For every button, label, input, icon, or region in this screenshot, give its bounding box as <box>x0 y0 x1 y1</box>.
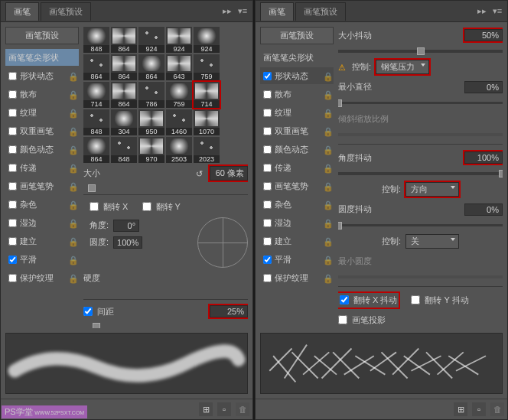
sidebar-item-scattering[interactable]: 散布🔒 <box>5 86 79 103</box>
new-brush-icon[interactable]: ▫ <box>472 402 486 416</box>
sidebar-item-wet-edges[interactable]: 湿边🔒 <box>5 214 79 231</box>
spacing-checkbox[interactable] <box>83 307 93 316</box>
preset-button[interactable]: 画笔预设 <box>260 27 334 44</box>
sidebar-item-texture[interactable]: 纹理🔒 <box>260 104 334 121</box>
sidebar-item-shape-dynamics[interactable]: 形状动态🔒 <box>5 67 79 84</box>
flip-y-jitter-checkbox[interactable] <box>411 295 420 304</box>
menu-icon[interactable]: ▾≡ <box>492 6 503 17</box>
angle-jitter-slider[interactable] <box>338 172 503 175</box>
sidebar-item-color-dynamics[interactable]: 颜色动态🔒 <box>260 141 334 158</box>
sidebar-item-smoothing[interactable]: 平滑🔒 <box>5 251 79 268</box>
sidebar-item-build-up[interactable]: 建立🔒 <box>5 233 79 249</box>
angle-jitter-value[interactable]: 100% <box>464 151 503 164</box>
panel-header: 画笔 画笔预设 ▸▸ ▾≡ <box>256 1 507 22</box>
content-left: 8488649249249248648648646437597148647867… <box>83 27 248 328</box>
roundness-jitter-value[interactable]: 0% <box>464 203 503 216</box>
sidebar-item-build-up[interactable]: 建立🔒 <box>260 233 334 249</box>
brush-thumbnail[interactable]: 848 <box>83 109 109 135</box>
brush-thumbnail[interactable]: 864 <box>111 82 137 108</box>
roundness-value[interactable]: 100% <box>113 236 142 249</box>
size-value[interactable]: 60 像素 <box>210 166 248 181</box>
min-diameter-value[interactable]: 0% <box>464 81 503 93</box>
brush-thumbnail[interactable]: 864 <box>111 54 137 80</box>
min-diameter-slider[interactable] <box>338 102 503 105</box>
control-dropdown[interactable]: 钢笔压力 <box>376 60 429 74</box>
sidebar-item-noise[interactable]: 杂色🔒 <box>260 196 334 213</box>
brush-thumbnail[interactable]: 2023 <box>194 137 220 163</box>
sidebar-item-pose[interactable]: 画笔笔势🔒 <box>5 177 79 194</box>
sidebar-item-dual-brush[interactable]: 双重画笔🔒 <box>5 122 79 139</box>
toggle-preview-icon[interactable]: ⊞ <box>199 402 213 416</box>
brush-thumbnail[interactable]: 924 <box>166 27 192 53</box>
angle-value[interactable]: 0° <box>113 220 139 232</box>
tab-brush[interactable]: 画笔 <box>5 2 39 21</box>
lock-icon: 🔒 <box>68 72 76 80</box>
brush-thumbnail[interactable]: 924 <box>194 27 220 53</box>
trash-icon[interactable]: 🗑 <box>236 402 249 416</box>
brush-thumbnail[interactable]: 864 <box>83 137 109 163</box>
sidebar-item-scattering[interactable]: 散布🔒 <box>260 86 334 103</box>
sidebar-item-dual-brush[interactable]: 双重画笔🔒 <box>260 122 334 139</box>
sidebar-item-texture[interactable]: 纹理🔒 <box>5 104 79 121</box>
size-jitter-value[interactable]: 50% <box>464 29 503 41</box>
tab-presets[interactable]: 画笔预设 <box>295 2 346 21</box>
trash-icon[interactable]: 🗑 <box>490 402 504 416</box>
new-brush-icon[interactable]: ▫ <box>217 402 231 416</box>
brush-projection-checkbox[interactable] <box>338 315 347 324</box>
brush-thumbnail[interactable]: 864 <box>111 27 137 53</box>
brush-thumbnail[interactable]: 1070 <box>194 109 220 135</box>
spacing-value[interactable]: 25% <box>210 305 248 317</box>
brush-thumbnail[interactable]: 970 <box>138 137 164 163</box>
sidebar-item-transfer[interactable]: 传递🔒 <box>5 159 79 176</box>
brush-thumbnail[interactable]: 786 <box>138 82 164 108</box>
lock-icon: 🔒 <box>68 274 76 282</box>
brush-thumbnail[interactable]: 848 <box>83 27 109 53</box>
sidebar-item-wet-edges[interactable]: 湿边🔒 <box>260 214 334 231</box>
tab-presets[interactable]: 画笔预设 <box>41 2 91 21</box>
brush-thumbnail[interactable]: 643 <box>166 54 192 80</box>
tab-brush[interactable]: 画笔 <box>260 2 294 21</box>
brush-thumbnail[interactable]: 848 <box>111 137 137 163</box>
sidebar-item-protect-texture[interactable]: 保护纹理🔒 <box>5 269 79 286</box>
brush-thumbnail-grid: 8488649249249248648648646437597148647867… <box>83 27 239 163</box>
sidebar-item-tip-shape[interactable]: 画笔笔尖形状 <box>260 49 334 66</box>
brush-thumbnail[interactable]: 2503 <box>166 137 192 163</box>
control-label: 控制: <box>382 236 401 247</box>
sidebar-item-color-dynamics[interactable]: 颜色动态🔒 <box>5 141 79 158</box>
brush-thumbnail[interactable]: 1460 <box>166 109 192 135</box>
sidebar-item-smoothing[interactable]: 平滑🔒 <box>260 251 334 268</box>
sidebar-item-shape-dynamics[interactable]: 形状动态🔒 <box>260 67 334 84</box>
brush-thumbnail[interactable]: 304 <box>111 109 137 135</box>
brush-thumbnail[interactable]: 759 <box>166 82 192 108</box>
lock-icon: 🔒 <box>68 90 76 98</box>
toggle-preview-icon[interactable]: ⊞ <box>454 402 467 416</box>
sidebar-item-protect-texture[interactable]: 保护纹理🔒 <box>260 269 334 286</box>
sidebar-item-transfer[interactable]: 传递🔒 <box>260 159 334 176</box>
flip-y-checkbox[interactable] <box>142 202 151 211</box>
brush-thumbnail[interactable]: 759 <box>194 54 220 80</box>
control2-dropdown[interactable]: 方向 <box>405 182 459 197</box>
sidebar-item-pose[interactable]: 画笔笔势🔒 <box>260 177 334 194</box>
brush-thumbnail[interactable]: 714 <box>83 82 109 108</box>
sidebar-item-noise[interactable]: 杂色🔒 <box>5 196 79 213</box>
menu-icon[interactable]: ▾≡ <box>237 6 248 17</box>
brush-thumbnail[interactable]: 950 <box>138 109 164 135</box>
flip-x-jitter-checkbox[interactable] <box>340 295 349 304</box>
brush-thumbnail[interactable]: 864 <box>138 54 164 80</box>
brush-thumbnail[interactable]: 714 <box>194 82 220 108</box>
roundness-jitter-slider[interactable] <box>338 224 503 227</box>
footer: ⊞ ▫ 🗑 <box>256 399 507 419</box>
control3-dropdown[interactable]: 关 <box>405 234 459 249</box>
brush-thumbnail[interactable]: 924 <box>138 27 164 53</box>
preset-button[interactable]: 画笔预设 <box>5 27 79 44</box>
size-jitter-slider[interactable] <box>338 50 503 53</box>
collapse-icon[interactable]: ▸▸ <box>222 6 233 17</box>
collapse-icon[interactable]: ▸▸ <box>477 6 487 17</box>
angle-control[interactable] <box>197 217 248 268</box>
lock-icon: 🔒 <box>323 127 331 135</box>
sidebar-item-tip-shape[interactable]: 画笔笔尖形状 <box>5 49 79 66</box>
brush-thumbnail[interactable]: 864 <box>83 54 109 80</box>
reset-icon[interactable]: ↺ <box>196 169 205 178</box>
lock-icon: 🔒 <box>323 182 331 190</box>
flip-x-checkbox[interactable] <box>90 202 99 211</box>
